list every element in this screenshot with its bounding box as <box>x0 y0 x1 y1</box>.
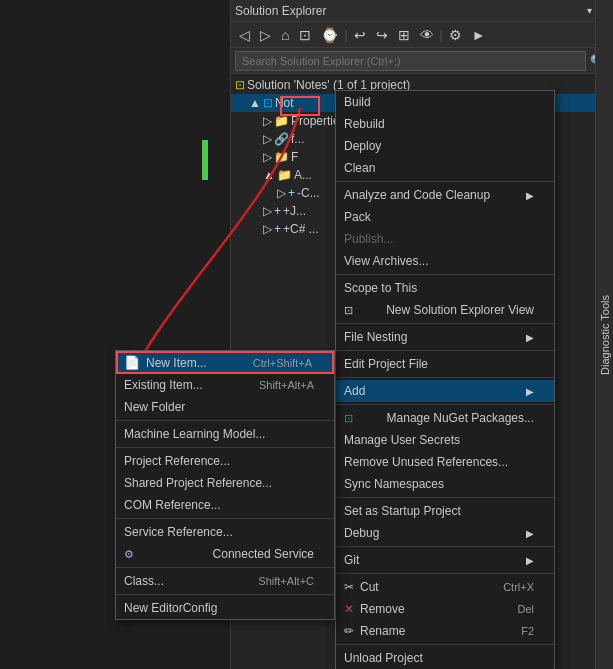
add-new-item[interactable]: 📄 New Item... Ctrl+Shift+A <box>116 351 334 374</box>
ctx-scope[interactable]: Scope to This <box>336 277 554 299</box>
clean-label: Clean <box>344 161 375 175</box>
t-label: +C# ... <box>283 222 319 236</box>
new-item-icon: 📄 <box>124 355 140 370</box>
ctx-startup[interactable]: Set as Startup Project <box>336 500 554 522</box>
project-label: Not <box>275 96 294 110</box>
new-view-label: New Solution Explorer View <box>386 303 534 317</box>
add-arrow: ▶ <box>526 386 534 397</box>
publish-label: Publish... <box>344 232 393 246</box>
ctx-analyze[interactable]: Analyze and Code Cleanup ▶ <box>336 184 554 206</box>
ctx-publish[interactable]: Publish... <box>336 228 554 250</box>
ctx-cut[interactable]: ✂ Cut Ctrl+X <box>336 576 554 598</box>
ctx-git[interactable]: Git ▶ <box>336 549 554 571</box>
add-sep3 <box>116 518 334 519</box>
editor-config-label: New EditorConfig <box>124 601 217 615</box>
ctx-new-view[interactable]: ⊡ New Solution Explorer View <box>336 299 554 321</box>
sep4 <box>336 350 554 351</box>
add-label: Add <box>344 384 365 398</box>
analyze-label: Analyze and Code Cleanup <box>344 188 490 202</box>
ctx-pack[interactable]: Pack <box>336 206 554 228</box>
add-editor-config[interactable]: New EditorConfig <box>116 597 334 619</box>
existing-item-label: Existing Item... <box>124 378 203 392</box>
ctx-build[interactable]: Build <box>336 91 554 113</box>
connected-service-icon: ⚙ <box>124 548 134 561</box>
add-class[interactable]: Class... Shift+Alt+C <box>116 570 334 592</box>
scope-label: Scope to This <box>344 281 417 295</box>
pin-icon[interactable]: ▾ <box>584 4 595 17</box>
add-new-folder[interactable]: New Folder <box>116 396 334 418</box>
c-label: -C... <box>297 186 320 200</box>
build-label: Build <box>344 95 371 109</box>
add-connected-service[interactable]: ⚙ Connected Service <box>116 543 334 565</box>
ctx-edit-project[interactable]: Edit Project File <box>336 353 554 375</box>
new-view-icon: ⊡ <box>344 304 353 317</box>
ctx-rename[interactable]: ✏ Rename F2 <box>336 620 554 642</box>
add-service-ref[interactable]: Service Reference... <box>116 521 334 543</box>
ctx-remove[interactable]: ✕ Remove Del <box>336 598 554 620</box>
redo-button[interactable]: ↪ <box>372 25 392 45</box>
refresh-button[interactable]: ⌚ <box>317 25 342 45</box>
rebuild-label: Rebuild <box>344 117 385 131</box>
rename-shortcut: F2 <box>521 625 534 637</box>
forward-button[interactable]: ▷ <box>256 25 275 45</box>
edit-project-label: Edit Project File <box>344 357 428 371</box>
add-ml-model[interactable]: Machine Learning Model... <box>116 423 334 445</box>
home-button[interactable]: ⌂ <box>277 25 293 45</box>
sync-button[interactable]: ⊡ <box>295 25 315 45</box>
ctx-user-secrets[interactable]: Manage User Secrets <box>336 429 554 451</box>
project-icon: ⊡ <box>263 96 273 110</box>
add-com-ref[interactable]: COM Reference... <box>116 494 334 516</box>
sep3 <box>336 323 554 324</box>
solution-explorer-search: 🔍 <box>231 48 613 74</box>
ctx-view-archives[interactable]: View Archives... <box>336 250 554 272</box>
sep2 <box>336 274 554 275</box>
ctx-nuget[interactable]: ⊡ Manage NuGet Packages... <box>336 407 554 429</box>
add-sep2 <box>116 447 334 448</box>
sep6 <box>336 404 554 405</box>
ctx-clean[interactable]: Clean <box>336 157 554 179</box>
sep7 <box>336 497 554 498</box>
add-shared-ref[interactable]: Shared Project Reference... <box>116 472 334 494</box>
project-ref-label: Project Reference... <box>124 454 230 468</box>
solution-explorer-titlebar: Solution Explorer ▾ × <box>231 0 613 22</box>
ref-label: f... <box>291 132 304 146</box>
add-existing-item[interactable]: Existing Item... Shift+Alt+A <box>116 374 334 396</box>
unload-label: Unload Project <box>344 651 423 665</box>
properties-button[interactable]: ⊞ <box>394 25 414 45</box>
class-shortcut: Shift+Alt+C <box>258 575 314 587</box>
ctx-unload[interactable]: Unload Project <box>336 647 554 669</box>
search-input[interactable] <box>235 51 586 71</box>
preview-button[interactable]: ► <box>468 25 490 45</box>
nuget-label: Manage NuGet Packages... <box>387 411 534 425</box>
undo-button[interactable]: ↩ <box>350 25 370 45</box>
change-indicator <box>202 140 208 180</box>
ml-model-label: Machine Learning Model... <box>124 427 265 441</box>
add-sep4 <box>116 567 334 568</box>
ctx-file-nesting[interactable]: File Nesting ▶ <box>336 326 554 348</box>
ctx-sync-ns[interactable]: Sync Namespaces <box>336 473 554 495</box>
diagnostic-tools-label: Diagnostic Tools <box>599 295 611 375</box>
settings-button[interactable]: ⚙ <box>445 25 466 45</box>
cut-label: Cut <box>360 580 379 594</box>
add-project-ref[interactable]: Project Reference... <box>116 450 334 472</box>
add-sep1 <box>116 420 334 421</box>
add-submenu: 📄 New Item... Ctrl+Shift+A Existing Item… <box>115 350 335 620</box>
ctx-debug[interactable]: Debug ▶ <box>336 522 554 544</box>
show-all-button[interactable]: 👁 <box>416 25 438 45</box>
new-folder-label: New Folder <box>124 400 185 414</box>
back-button[interactable]: ◁ <box>235 25 254 45</box>
diagnostic-tools-sidebar[interactable]: Diagnostic Tools <box>595 0 613 669</box>
ctx-remove-refs[interactable]: Remove Unused References... <box>336 451 554 473</box>
solution-icon: ⊡ <box>235 78 245 92</box>
debug-arrow: ▶ <box>526 528 534 539</box>
ctx-deploy[interactable]: Deploy <box>336 135 554 157</box>
sep9 <box>336 573 554 574</box>
class-label: Class... <box>124 574 164 588</box>
view-archives-label: View Archives... <box>344 254 428 268</box>
remove-icon: ✕ <box>344 602 354 616</box>
ctx-add[interactable]: Add ▶ <box>336 380 554 402</box>
rename-label: Rename <box>360 624 405 638</box>
ctx-rebuild[interactable]: Rebuild <box>336 113 554 135</box>
project-context-menu: Build Rebuild Deploy Clean Analyze and C… <box>335 90 555 669</box>
sep10 <box>336 644 554 645</box>
